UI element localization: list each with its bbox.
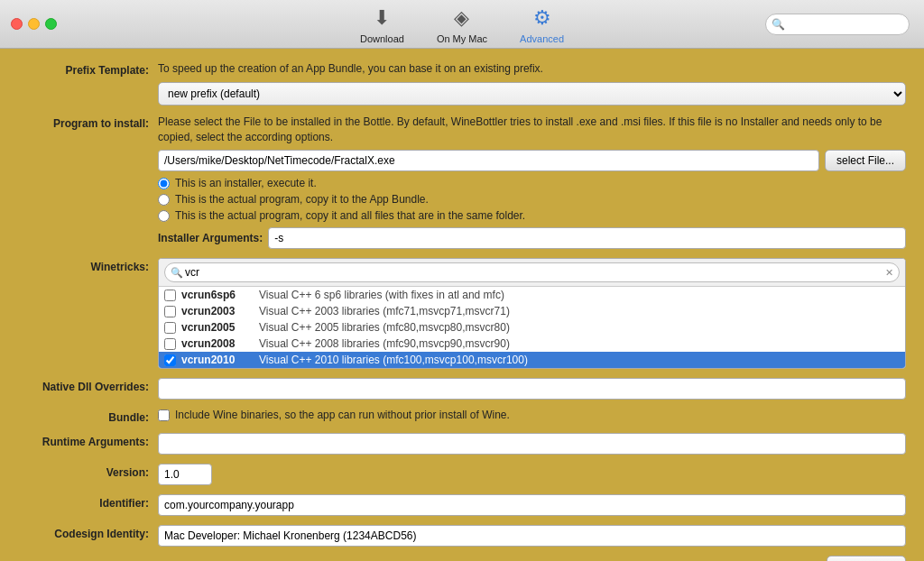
bundle-checkbox[interactable] [158, 409, 170, 421]
bundle-content: Include Wine binaries, so the app can ru… [158, 409, 906, 421]
bundle-label: Bundle: [18, 409, 158, 424]
identifier-content [158, 494, 906, 516]
radio-copy[interactable] [158, 194, 170, 206]
winetricks-check-vcrun2005[interactable] [164, 322, 176, 334]
radio-row-1: This is an installer, execute it. [158, 177, 906, 189]
codesign-input[interactable] [158, 525, 906, 547]
winetricks-search-bar: 🔍 ✕ [159, 259, 905, 287]
program-install-row: Program to install: Please select the Fi… [18, 115, 906, 250]
runtime-args-input[interactable] [158, 433, 906, 455]
tab-advanced[interactable]: ⚙ Advanced [504, 0, 580, 50]
installer-args-input[interactable] [268, 227, 906, 249]
list-item[interactable]: vcrun2005 Visual C++ 2005 libraries (mfc… [159, 319, 905, 336]
winetricks-container: 🔍 ✕ vcrun6sp6 Visual C++ 6 sp6 libraries… [158, 258, 906, 369]
traffic-lights [11, 18, 57, 30]
radio-row-2: This is the actual program, copy it to t… [158, 193, 906, 206]
list-item[interactable]: vcrun2010 Visual C++ 2010 libraries (mfc… [159, 352, 905, 368]
close-button[interactable] [11, 18, 23, 30]
titlebar: ⬇ Download ◈ On My Mac ⚙ Advanced 🔍 [0, 0, 924, 49]
codesign-content [158, 525, 906, 547]
winetricks-item-desc: Visual C++ 2003 libraries (mfc71,msvcp71… [259, 305, 900, 317]
install-button[interactable]: Install [827, 556, 906, 561]
identifier-input[interactable] [158, 494, 906, 516]
toolbar-search: 🔍 [765, 14, 910, 35]
prefix-template-content: To speed up the creation of an App Bundl… [158, 61, 906, 106]
native-dll-content [158, 378, 906, 400]
tab-onmymac[interactable]: ◈ On My Mac [420, 0, 504, 50]
tab-download[interactable]: ⬇ Download [344, 0, 420, 50]
prefix-template-row: Prefix Template: To speed up the creatio… [18, 61, 906, 106]
winetricks-item-name: vcrun2005 [181, 321, 254, 334]
bundle-checkbox-label: Include Wine binaries, so the app can ru… [175, 409, 510, 421]
winetricks-check-vcrun2003[interactable] [164, 306, 176, 317]
bundle-checkbox-row: Include Wine binaries, so the app can ru… [158, 409, 906, 421]
onmymac-icon: ◈ [448, 4, 476, 32]
native-dll-label: Native Dll Overrides: [18, 378, 158, 393]
file-row: select File... [158, 150, 906, 171]
winetricks-check-vcrun2008[interactable] [164, 338, 176, 350]
radio-copy-folder[interactable] [158, 210, 170, 222]
search-icon: 🔍 [772, 18, 785, 31]
advanced-icon: ⚙ [528, 4, 557, 32]
prefix-template-description: To speed up the creation of an App Bundl… [158, 61, 906, 77]
content-area: Prefix Template: To speed up the creatio… [0, 49, 924, 561]
radio-installer-label: This is an installer, execute it. [175, 177, 317, 189]
winetricks-clear-icon[interactable]: ✕ [885, 267, 893, 279]
radio-installer[interactable] [158, 178, 170, 189]
winetricks-item-name: vcrun2003 [181, 305, 254, 317]
version-label: Version: [18, 464, 158, 479]
minimize-button[interactable] [28, 18, 40, 30]
toolbar-tabs: ⬇ Download ◈ On My Mac ⚙ Advanced [344, 0, 580, 50]
installer-args-label: Installer Arguments: [158, 232, 263, 244]
tab-advanced-label: Advanced [520, 33, 564, 44]
winetricks-label: Winetricks: [18, 258, 158, 273]
winetricks-row: Winetricks: 🔍 ✕ vcrun6sp6 Visual C++ 6 s… [18, 258, 906, 369]
prefix-template-label: Prefix Template: [18, 61, 158, 77]
runtime-args-label: Runtime Arguments: [18, 433, 158, 448]
native-dll-row: Native Dll Overrides: [18, 378, 906, 400]
runtime-args-row: Runtime Arguments: [18, 433, 906, 455]
codesign-row: Codesign Identity: [18, 525, 906, 547]
radio-copy-label: This is the actual program, copy it to t… [175, 193, 429, 206]
maximize-button[interactable] [45, 18, 57, 30]
list-item[interactable]: vcrun6sp6 Visual C++ 6 sp6 libraries (wi… [159, 287, 905, 303]
installer-args-row: Installer Arguments: [158, 227, 906, 249]
winetricks-search-input[interactable] [164, 262, 900, 282]
winetricks-item-desc: Visual C++ 2008 libraries (mfc90,msvcp90… [259, 337, 900, 350]
winetricks-item-name: vcrun2010 [181, 354, 254, 366]
codesign-label: Codesign Identity: [18, 525, 158, 540]
program-install-label: Program to install: [18, 115, 158, 130]
list-item[interactable]: vcrun2008 Visual C++ 2008 libraries (mfc… [159, 336, 905, 352]
version-row: Version: [18, 464, 906, 485]
bundle-row: Bundle: Include Wine binaries, so the ap… [18, 409, 906, 424]
program-install-description: Please select the File to be installed i… [158, 115, 906, 145]
radio-group: This is an installer, execute it. This i… [158, 177, 906, 222]
version-content [158, 464, 906, 485]
tab-onmymac-label: On My Mac [437, 33, 487, 44]
identifier-label: Identifier: [18, 494, 158, 510]
select-file-button[interactable]: select File... [825, 150, 906, 171]
winetricks-item-name: vcrun6sp6 [181, 289, 254, 301]
runtime-args-content [158, 433, 906, 455]
winetricks-check-vcrun6sp6[interactable] [164, 290, 176, 301]
list-item[interactable]: vcrun2003 Visual C++ 2003 libraries (mfc… [159, 303, 905, 319]
winetricks-item-desc: Visual C++ 6 sp6 libraries (with fixes i… [259, 289, 900, 301]
identifier-row: Identifier: [18, 494, 906, 516]
radio-copy-folder-label: This is the actual program, copy it and … [175, 209, 525, 222]
winetricks-list: vcrun6sp6 Visual C++ 6 sp6 libraries (wi… [159, 287, 905, 368]
prefix-template-select[interactable]: new prefix (default) [158, 82, 906, 106]
download-icon: ⬇ [367, 4, 396, 32]
winetricks-content: 🔍 ✕ vcrun6sp6 Visual C++ 6 sp6 libraries… [158, 258, 906, 369]
winetricks-check-vcrun2010[interactable] [164, 354, 176, 366]
bottom-row: Silent install: Hides most dialogs. You … [18, 556, 906, 561]
file-path-input[interactable] [158, 150, 819, 171]
version-input[interactable] [158, 464, 212, 485]
winetricks-item-desc: Visual C++ 2005 libraries (mfc80,msvcp80… [259, 321, 900, 334]
native-dll-input[interactable] [158, 378, 906, 400]
winetricks-item-desc: Visual C++ 2010 libraries (mfc100,msvcp1… [259, 354, 900, 366]
search-input[interactable] [765, 14, 910, 35]
winetricks-item-name: vcrun2008 [181, 337, 254, 350]
radio-row-3: This is the actual program, copy it and … [158, 209, 906, 222]
program-install-content: Please select the File to be installed i… [158, 115, 906, 250]
tab-download-label: Download [360, 33, 404, 44]
